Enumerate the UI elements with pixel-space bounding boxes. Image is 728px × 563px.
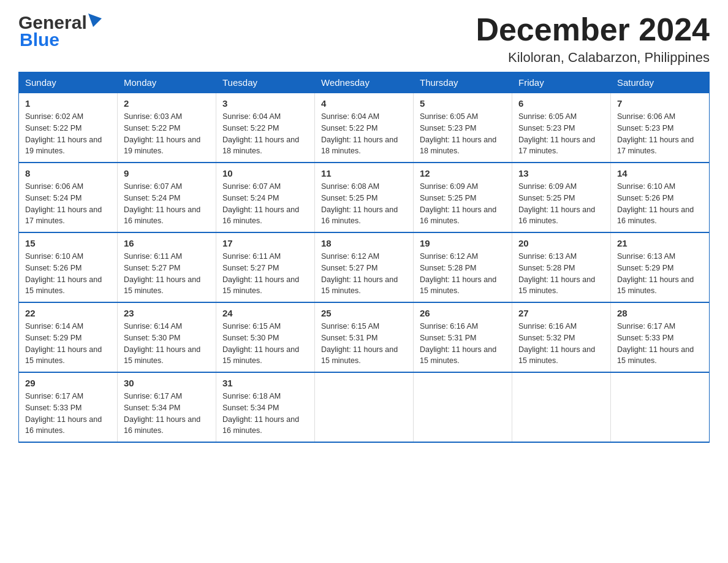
table-row: 28Sunrise: 6:17 AMSunset: 5:33 PMDayligh… <box>611 302 710 372</box>
month-year-title: December 2024 <box>476 12 710 47</box>
day-number: 2 <box>124 98 210 109</box>
table-row <box>315 372 414 442</box>
calendar-week-row: 22Sunrise: 6:14 AMSunset: 5:29 PMDayligh… <box>19 302 710 372</box>
logo: General Blue <box>18 12 102 50</box>
day-number: 23 <box>124 308 210 318</box>
day-number: 17 <box>222 238 308 248</box>
day-info: Sunrise: 6:03 AMSunset: 5:22 PMDaylight:… <box>124 112 200 155</box>
day-number: 10 <box>222 168 308 178</box>
table-row: 27Sunrise: 6:16 AMSunset: 5:32 PMDayligh… <box>512 302 611 372</box>
day-info: Sunrise: 6:12 AMSunset: 5:27 PMDaylight:… <box>321 252 398 295</box>
day-info: Sunrise: 6:16 AMSunset: 5:31 PMDaylight:… <box>420 322 496 365</box>
day-number: 20 <box>518 238 604 248</box>
day-number: 7 <box>617 98 703 109</box>
day-info: Sunrise: 6:10 AMSunset: 5:26 PMDaylight:… <box>617 182 694 225</box>
table-row: 7Sunrise: 6:06 AMSunset: 5:23 PMDaylight… <box>611 93 710 163</box>
day-number: 19 <box>420 238 506 248</box>
logo-blue-text: Blue <box>18 29 102 50</box>
day-number: 30 <box>124 378 210 388</box>
table-row: 19Sunrise: 6:12 AMSunset: 5:28 PMDayligh… <box>414 232 512 302</box>
day-number: 6 <box>518 98 604 109</box>
day-info: Sunrise: 6:04 AMSunset: 5:22 PMDaylight:… <box>222 112 299 155</box>
day-number: 15 <box>25 238 111 248</box>
table-row: 30Sunrise: 6:17 AMSunset: 5:34 PMDayligh… <box>118 372 216 442</box>
header-friday: Friday <box>512 72 611 93</box>
day-number: 21 <box>617 238 703 248</box>
day-info: Sunrise: 6:14 AMSunset: 5:30 PMDaylight:… <box>124 322 200 365</box>
day-info: Sunrise: 6:12 AMSunset: 5:28 PMDaylight:… <box>420 252 496 295</box>
day-info: Sunrise: 6:09 AMSunset: 5:25 PMDaylight:… <box>420 182 496 225</box>
day-info: Sunrise: 6:11 AMSunset: 5:27 PMDaylight:… <box>124 252 200 295</box>
day-info: Sunrise: 6:17 AMSunset: 5:33 PMDaylight:… <box>25 392 102 435</box>
table-row: 12Sunrise: 6:09 AMSunset: 5:25 PMDayligh… <box>414 163 512 232</box>
table-row: 8Sunrise: 6:06 AMSunset: 5:24 PMDaylight… <box>19 163 118 232</box>
table-row: 9Sunrise: 6:07 AMSunset: 5:24 PMDaylight… <box>118 163 216 232</box>
day-number: 1 <box>25 98 111 109</box>
day-number: 27 <box>518 308 604 318</box>
table-row: 16Sunrise: 6:11 AMSunset: 5:27 PMDayligh… <box>118 232 216 302</box>
day-number: 16 <box>124 238 210 248</box>
table-row: 20Sunrise: 6:13 AMSunset: 5:28 PMDayligh… <box>512 232 611 302</box>
calendar-header-row: Sunday Monday Tuesday Wednesday Thursday… <box>19 72 710 93</box>
day-info: Sunrise: 6:13 AMSunset: 5:28 PMDaylight:… <box>518 252 595 295</box>
table-row: 25Sunrise: 6:15 AMSunset: 5:31 PMDayligh… <box>315 302 414 372</box>
table-row: 18Sunrise: 6:12 AMSunset: 5:27 PMDayligh… <box>315 232 414 302</box>
day-number: 11 <box>321 168 407 178</box>
day-info: Sunrise: 6:06 AMSunset: 5:24 PMDaylight:… <box>25 182 102 225</box>
day-number: 5 <box>420 98 506 109</box>
day-number: 24 <box>222 308 308 318</box>
day-info: Sunrise: 6:18 AMSunset: 5:34 PMDaylight:… <box>222 392 299 435</box>
table-row: 15Sunrise: 6:10 AMSunset: 5:26 PMDayligh… <box>19 232 118 302</box>
table-row: 5Sunrise: 6:05 AMSunset: 5:23 PMDaylight… <box>414 93 512 163</box>
header-saturday: Saturday <box>611 72 710 93</box>
svg-marker-0 <box>88 13 102 27</box>
calendar-week-row: 29Sunrise: 6:17 AMSunset: 5:33 PMDayligh… <box>19 372 710 442</box>
header-tuesday: Tuesday <box>216 72 315 93</box>
table-row: 29Sunrise: 6:17 AMSunset: 5:33 PMDayligh… <box>19 372 118 442</box>
calendar-week-row: 8Sunrise: 6:06 AMSunset: 5:24 PMDaylight… <box>19 163 710 232</box>
day-number: 26 <box>420 308 506 318</box>
table-row: 23Sunrise: 6:14 AMSunset: 5:30 PMDayligh… <box>118 302 216 372</box>
day-info: Sunrise: 6:08 AMSunset: 5:25 PMDaylight:… <box>321 182 398 225</box>
day-info: Sunrise: 6:15 AMSunset: 5:30 PMDaylight:… <box>222 322 299 365</box>
day-number: 31 <box>222 378 308 388</box>
day-info: Sunrise: 6:11 AMSunset: 5:27 PMDaylight:… <box>222 252 299 295</box>
table-row: 22Sunrise: 6:14 AMSunset: 5:29 PMDayligh… <box>19 302 118 372</box>
calendar-table: Sunday Monday Tuesday Wednesday Thursday… <box>18 72 710 443</box>
table-row: 1Sunrise: 6:02 AMSunset: 5:22 PMDaylight… <box>19 93 118 163</box>
day-info: Sunrise: 6:17 AMSunset: 5:33 PMDaylight:… <box>617 322 694 365</box>
table-row: 4Sunrise: 6:04 AMSunset: 5:22 PMDaylight… <box>315 93 414 163</box>
day-info: Sunrise: 6:15 AMSunset: 5:31 PMDaylight:… <box>321 322 398 365</box>
table-row <box>414 372 512 442</box>
day-number: 25 <box>321 308 407 318</box>
day-info: Sunrise: 6:07 AMSunset: 5:24 PMDaylight:… <box>222 182 299 225</box>
table-row: 31Sunrise: 6:18 AMSunset: 5:34 PMDayligh… <box>216 372 315 442</box>
table-row: 2Sunrise: 6:03 AMSunset: 5:22 PMDaylight… <box>118 93 216 163</box>
day-number: 8 <box>25 168 111 178</box>
table-row: 14Sunrise: 6:10 AMSunset: 5:26 PMDayligh… <box>611 163 710 232</box>
table-row: 11Sunrise: 6:08 AMSunset: 5:25 PMDayligh… <box>315 163 414 232</box>
header-sunday: Sunday <box>19 72 118 93</box>
location-subtitle: Kiloloran, Calabarzon, Philippines <box>476 50 710 66</box>
day-number: 22 <box>25 308 111 318</box>
calendar-week-row: 15Sunrise: 6:10 AMSunset: 5:26 PMDayligh… <box>19 232 710 302</box>
table-row: 17Sunrise: 6:11 AMSunset: 5:27 PMDayligh… <box>216 232 315 302</box>
logo-triangle-icon <box>88 13 102 27</box>
calendar-week-row: 1Sunrise: 6:02 AMSunset: 5:22 PMDaylight… <box>19 93 710 163</box>
day-info: Sunrise: 6:17 AMSunset: 5:34 PMDaylight:… <box>124 392 200 435</box>
table-row: 3Sunrise: 6:04 AMSunset: 5:22 PMDaylight… <box>216 93 315 163</box>
day-info: Sunrise: 6:10 AMSunset: 5:26 PMDaylight:… <box>25 252 102 295</box>
day-number: 28 <box>617 308 703 318</box>
day-number: 9 <box>124 168 210 178</box>
day-number: 4 <box>321 98 407 109</box>
page-header: General Blue December 2024 Kiloloran, Ca… <box>18 12 710 66</box>
header-monday: Monday <box>118 72 216 93</box>
day-info: Sunrise: 6:09 AMSunset: 5:25 PMDaylight:… <box>518 182 595 225</box>
day-info: Sunrise: 6:13 AMSunset: 5:29 PMDaylight:… <box>617 252 694 295</box>
table-row: 10Sunrise: 6:07 AMSunset: 5:24 PMDayligh… <box>216 163 315 232</box>
day-number: 3 <box>222 98 308 109</box>
table-row: 6Sunrise: 6:05 AMSunset: 5:23 PMDaylight… <box>512 93 611 163</box>
day-number: 13 <box>518 168 604 178</box>
table-row: 26Sunrise: 6:16 AMSunset: 5:31 PMDayligh… <box>414 302 512 372</box>
day-number: 29 <box>25 378 111 388</box>
